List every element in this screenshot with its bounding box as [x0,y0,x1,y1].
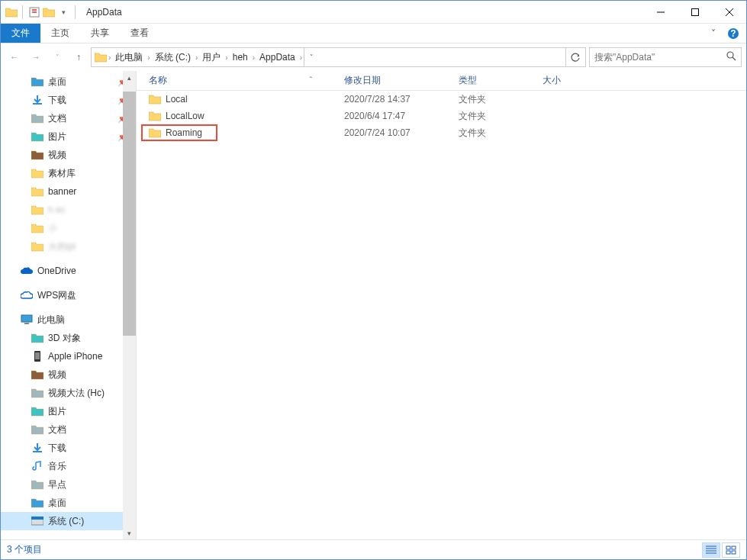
tree-pc-item[interactable]: 音乐 [1,457,136,475]
minimize-button[interactable] [643,1,678,24]
view-icons-button[interactable] [722,542,740,558]
file-list-pane: 名称ˆ 修改日期 类型 大小 Local2020/7/28 14:37文件夹Lo… [137,71,746,539]
tree-quick-item[interactable]: 素材库 [1,164,136,182]
breadcrumb-users[interactable]: 用户 [199,51,224,64]
ribbon-expand-icon[interactable]: ˅ [711,28,716,39]
file-name: Roaming [166,127,202,138]
address-history-dropdown[interactable]: ˅ [304,48,319,66]
tree-pc-item[interactable]: 3D 对象 [1,329,136,347]
address-bar[interactable]: › 此电脑 › 系统 (C:) › 用户 › heh › AppData › ˅ [91,47,586,67]
folder-icon [149,127,161,138]
tree-quick-item[interactable]: 小 [1,219,136,237]
tree-pc-item[interactable]: 图片 [1,402,136,420]
ribbon-tab-view[interactable]: 查看 [120,24,159,43]
maximize-button[interactable] [678,1,712,24]
column-size[interactable]: 大小 [538,74,599,87]
tree-label: 图片 [48,130,66,143]
tree-onedrive[interactable]: OneDrive [1,262,136,280]
tree-pc-item[interactable]: 桌面 [1,494,136,512]
help-icon[interactable]: ? [726,27,740,40]
search-icon[interactable] [726,51,736,63]
chevron-right-icon[interactable]: › [146,53,151,62]
chevron-right-icon[interactable]: › [194,53,199,62]
ribbon-tabs: 文件 主页 共享 查看 ˅ ? [1,24,746,43]
tree-label: OneDrive [37,266,76,276]
qat-properties-icon[interactable] [27,5,41,19]
tree-scrollbar[interactable]: ▴ ▾ [123,71,136,539]
column-name[interactable]: 名称ˆ [144,74,340,87]
tree-label: h ec [48,204,66,215]
title-bar: ▾ AppData [1,1,746,24]
refresh-button[interactable] [565,48,585,66]
file-row[interactable]: Roaming2020/7/24 10:07文件夹 [137,124,746,141]
file-name-cell: Local [144,94,340,105]
tree-pc-item[interactable]: Apple iPhone [1,347,136,365]
nav-back-button[interactable]: ← [5,48,24,66]
nav-forward-button[interactable]: → [27,48,45,66]
close-button[interactable] [712,1,746,24]
ribbon-tab-file[interactable]: 文件 [1,24,40,43]
tree-quick-item[interactable]: 文档📌 [1,109,136,127]
chevron-right-icon[interactable]: › [107,53,112,62]
tree-label: 视频 [48,369,66,381]
svg-rect-5 [21,315,32,322]
tree-pc-item[interactable]: 视频 [1,365,136,384]
tree-thispc[interactable]: 此电脑 [1,311,136,329]
nav-recent-dropdown[interactable]: ˅ [48,48,66,66]
tree-quick-item[interactable]: 图片📌 [1,127,136,146]
pictures-icon [31,130,43,143]
tree-quick-item[interactable]: banner [1,182,136,201]
search-input[interactable] [594,52,726,63]
window-title: AppData [86,7,122,18]
svg-rect-10 [31,517,43,520]
scroll-up-icon[interactable]: ▴ [123,71,136,84]
tree-quick-item[interactable]: h ec [1,201,136,219]
search-box[interactable] [589,47,742,67]
tree-quick-item[interactable]: 火的ipl [1,237,136,256]
file-name: Local [166,94,188,105]
tree-label: 文档 [48,112,66,125]
folder-icon [31,185,43,198]
ribbon-tab-home[interactable]: 主页 [40,24,80,43]
qat-folder-icon[interactable] [43,7,55,18]
tree-quick-item[interactable]: 桌面📌 [1,72,136,91]
view-details-button[interactable] [702,542,720,558]
breadcrumb-drive[interactable]: 系统 (C:) [152,51,194,64]
folder-icon [31,240,43,253]
file-row[interactable]: Local2020/7/28 14:37文件夹 [137,91,746,108]
music-icon [31,460,43,472]
tree-pc-item[interactable]: 早点 [1,475,136,494]
tree-pc-item[interactable]: 下载 [1,439,136,457]
tree-label: 图片 [48,405,66,418]
window-folder-icon [5,7,18,18]
navigation-bar: ← → ˅ ↑ › 此电脑 › 系统 (C:) › 用户 › heh › App… [1,43,746,71]
column-date[interactable]: 修改日期 [340,74,454,87]
breadcrumb-thispc[interactable]: 此电脑 [112,51,146,64]
column-type[interactable]: 类型 [454,74,538,87]
tree-pc-item[interactable]: 文档 [1,420,136,439]
scroll-down-icon[interactable]: ▾ [123,526,136,539]
file-row[interactable]: LocalLow2020/6/4 17:47文件夹 [137,108,746,124]
tree-quick-item[interactable]: 视频 [1,146,136,164]
tree-label: 桌面 [48,497,66,510]
tree-quick-item[interactable]: 下载📌 [1,91,136,109]
ribbon-tab-share[interactable]: 共享 [80,24,120,43]
column-headers: 名称ˆ 修改日期 类型 大小 [137,71,746,91]
chevron-right-icon[interactable]: › [251,53,256,62]
tree-pc-item[interactable]: 视频大法 (Hc) [1,384,136,402]
downloads-icon [31,94,43,106]
qat-dropdown-icon[interactable]: ▾ [56,5,70,19]
drive-icon [31,478,43,491]
tree-wps[interactable]: WPS网盘 [1,286,136,304]
scrollbar-thumb[interactable] [123,92,136,336]
chevron-right-icon[interactable]: › [224,53,229,62]
chevron-right-icon[interactable]: › [298,53,304,62]
breadcrumb-appdata[interactable]: AppData [256,52,298,63]
tree-pc-item[interactable]: 系统 (C:) [1,512,136,530]
phone-icon [31,350,43,362]
breadcrumb-user[interactable]: heh [230,52,251,63]
tree-label: 火的ipl [48,240,76,253]
nav-up-button[interactable]: ↑ [69,48,88,66]
status-item-count: 3 个项目 [7,543,42,556]
tree-label: 文档 [48,423,66,436]
